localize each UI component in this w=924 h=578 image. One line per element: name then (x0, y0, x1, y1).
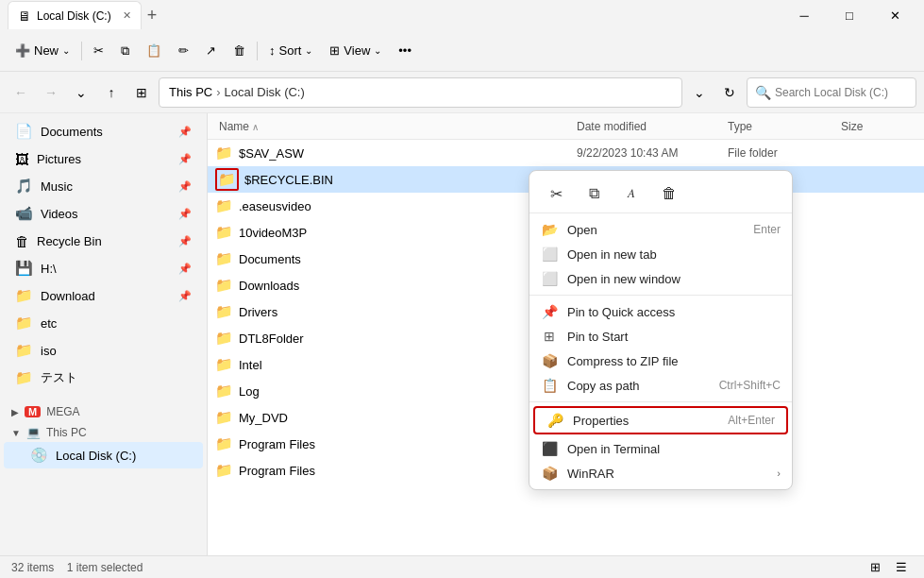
sidebar-label-local-disk: Local Disk (C:) (56, 449, 192, 463)
toolbar-separator-2 (257, 42, 258, 60)
col-header-type[interactable]: Type (728, 120, 841, 133)
new-tab-button[interactable]: + (142, 6, 163, 26)
sidebar-item-documents[interactable]: 📄 Documents 📌 (4, 118, 203, 144)
maximize-button[interactable]: □ (828, 0, 871, 30)
sidebar-item-tests[interactable]: 📁 テスト (4, 365, 203, 391)
address-path[interactable]: This PC › Local Disk (C:) (159, 77, 682, 108)
ctx-copy-button[interactable]: ⧉ (579, 178, 609, 209)
toolbar-separator-1 (81, 42, 82, 60)
folder-icon-sav-asw: 📁 (215, 144, 233, 162)
mega-section[interactable]: ▶ M MEGA (0, 400, 207, 420)
search-input[interactable] (775, 86, 908, 99)
this-pc-section[interactable]: ▼ 💻 This PC (0, 420, 207, 441)
properties-icon: 🔑 (546, 413, 563, 428)
ctx-item-copy-path[interactable]: 📋 Copy as path Ctrl+Shift+C (529, 373, 792, 398)
view-button[interactable]: ⊞ View ⌄ (322, 36, 389, 66)
breadcrumb-this-pc[interactable]: This PC (169, 85, 212, 99)
refresh-button[interactable]: ↻ (716, 79, 743, 106)
ctx-item-open[interactable]: 📂 Open Enter (529, 217, 792, 242)
main-content: 📄 Documents 📌 🖼 Pictures 📌 🎵 Music 📌 📹 V… (0, 113, 924, 555)
ctx-item-properties[interactable]: 🔑 Properties Alt+Enter (533, 406, 788, 434)
local-disk-icon: 💿 (30, 447, 48, 464)
minimize-button[interactable]: ─ (782, 0, 826, 30)
sidebar-item-local-disk[interactable]: 💿 Local Disk (C:) (4, 442, 203, 468)
folder-icon-10videom3p: 📁 (215, 224, 233, 241)
active-tab[interactable]: 🖥 Local Disk (C:) ✕ (8, 1, 142, 29)
ctx-label-pin-start: Pin to Start (567, 330, 628, 344)
delete-icon: 🗑 (233, 43, 245, 58)
item-count: 32 items (11, 561, 54, 574)
forward-button[interactable]: → (38, 79, 64, 106)
rename-button[interactable]: ✏ (171, 36, 196, 66)
view-grid-button[interactable]: ⊞ (864, 558, 886, 577)
sidebar-label-pictures: Pictures (37, 152, 171, 166)
sidebar-item-pictures[interactable]: 🖼 Pictures 📌 (4, 145, 203, 172)
ctx-cut-button[interactable]: ✂ (541, 178, 571, 209)
back-button[interactable]: ← (8, 79, 34, 106)
dropdown-address-button[interactable]: ⌄ (686, 79, 713, 106)
music-icon: 🎵 (15, 178, 33, 195)
file-name-intel: Intel (239, 358, 577, 372)
folder-icon-drivers: 📁 (215, 303, 233, 320)
ctx-item-compress-zip-left: 📦 Compress to ZIP file (541, 353, 679, 368)
delete-button[interactable]: 🗑 (226, 36, 253, 66)
ctx-item-winrar[interactable]: 📦 WinRAR › (529, 461, 792, 485)
ctx-item-open-terminal[interactable]: ⬛ Open in Terminal (529, 436, 792, 461)
paste-button[interactable]: 📋 (139, 36, 169, 66)
file-row-sav-asw[interactable]: 📁 $SAV_ASW 9/22/2023 10:43 AM File folde… (208, 140, 924, 166)
sidebar-item-recycle-bin[interactable]: 🗑 Recycle Bin 📌 (4, 228, 203, 254)
sidebar-item-h-drive[interactable]: 💾 H:\ 📌 (4, 255, 203, 281)
up-button[interactable]: ↑ (98, 79, 125, 106)
dropdown-button[interactable]: ⌄ (68, 79, 94, 106)
sidebar-item-videos[interactable]: 📹 Videos 📌 (4, 200, 203, 227)
close-button[interactable]: ✕ (873, 0, 916, 30)
ctx-label-open-terminal: Open in Terminal (567, 442, 660, 456)
file-name-10videom3p: 10videoM3P (239, 226, 577, 240)
view-list-button[interactable]: ☰ (890, 558, 913, 577)
open-icon: 📂 (541, 222, 558, 237)
ctx-label-winrar: WinRAR (567, 467, 614, 481)
status-left: 32 items 1 item selected (11, 561, 143, 574)
sort-button[interactable]: ↕ Sort ⌄ (261, 36, 320, 66)
title-bar: 🖥 Local Disk (C:) ✕ + ─ □ ✕ (0, 0, 924, 30)
copy-icon: ⧉ (121, 43, 129, 59)
col-header-date[interactable]: Date modified (577, 120, 728, 133)
col-header-name[interactable]: Name ∧ (215, 120, 577, 133)
status-bar: 32 items 1 item selected ⊞ ☰ (0, 555, 924, 578)
documents-icon: 📄 (15, 123, 33, 140)
cut-button[interactable]: ✂ (86, 36, 111, 66)
col-header-size[interactable]: Size (841, 120, 916, 133)
ctx-item-open-new-tab[interactable]: ⬜ Open in new tab (529, 242, 792, 266)
sidebar-item-iso[interactable]: 📁 iso (4, 337, 203, 364)
new-button[interactable]: ➕ New ⌄ (8, 36, 77, 66)
sort-arrow: ∧ (252, 122, 259, 132)
ctx-label-copy-path: Copy as path (567, 379, 640, 393)
pin-icon-h-drive: 📌 (178, 263, 192, 275)
sidebar-item-etc[interactable]: 📁 etc (4, 310, 203, 336)
paste-icon: 📋 (146, 43, 161, 58)
download-icon: 📁 (15, 287, 33, 304)
ctx-rename-button[interactable]: 𝐴 (616, 178, 647, 209)
ctx-item-open-new-window[interactable]: ⬜ Open in new window (529, 266, 792, 291)
breadcrumb-local-disk[interactable]: Local Disk (C:) (225, 85, 305, 99)
sidebar-item-music[interactable]: 🎵 Music 📌 (4, 173, 203, 199)
sidebar-item-download[interactable]: 📁 Download 📌 (4, 282, 203, 309)
ctx-label-open: Open (567, 223, 597, 237)
layout-button[interactable]: ⊞ (128, 79, 155, 106)
sidebar-label-videos: Videos (41, 207, 171, 221)
ctx-shortcut-properties: Alt+Enter (728, 414, 775, 427)
ctx-delete-button[interactable]: 🗑 (654, 178, 684, 209)
pin-icon-videos: 📌 (178, 208, 192, 220)
search-box[interactable]: 🔍 (747, 77, 916, 108)
ctx-item-compress-zip[interactable]: 📦 Compress to ZIP file (529, 348, 792, 373)
tab-close-button[interactable]: ✕ (123, 9, 131, 22)
more-button[interactable]: ••• (391, 36, 419, 66)
view-label: View (344, 43, 370, 58)
h-drive-icon: 💾 (15, 260, 33, 277)
ctx-item-pin-quick-access[interactable]: 📌 Pin to Quick access (529, 299, 792, 324)
share-button[interactable]: ↗ (198, 36, 224, 66)
ctx-item-pin-start[interactable]: ⊞ Pin to Start (529, 324, 792, 348)
title-bar-tabs: 🖥 Local Disk (C:) ✕ + (8, 0, 162, 30)
copy-button[interactable]: ⧉ (113, 36, 137, 66)
this-pc-icon: 💻 (26, 426, 41, 439)
